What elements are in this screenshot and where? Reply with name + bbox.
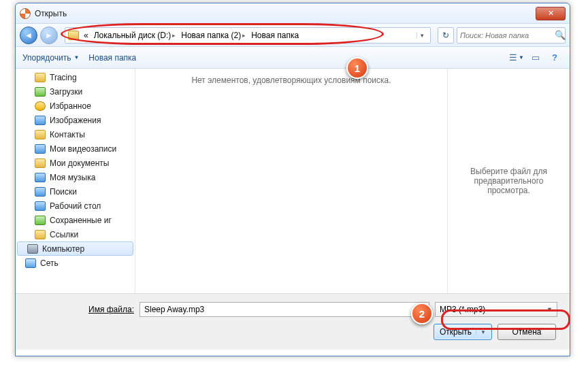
- videos-icon: [35, 144, 46, 154]
- sidebar-item[interactable]: Мои видеозаписи: [16, 141, 135, 156]
- pictures-icon: [35, 116, 46, 125]
- sidebar-item[interactable]: Избранное: [16, 99, 135, 113]
- bottom-panel: Имя файла: Sleep Away.mp3 ▼ MP3 (*.mp3) …: [16, 293, 570, 350]
- breadcrumb[interactable]: « Локальный диск (D:)▸ Новая папка (2)▸ …: [65, 27, 431, 44]
- sidebar-item[interactable]: Tracing: [16, 70, 135, 84]
- contacts-icon: [35, 130, 46, 139]
- sidebar-item[interactable]: Изображения: [16, 113, 135, 127]
- breadcrumb-prefix: «: [82, 31, 91, 40]
- saved-games-icon: [35, 216, 46, 225]
- annotation-badge-1: 1: [346, 57, 368, 79]
- organize-menu[interactable]: Упорядочить▼: [22, 53, 79, 63]
- searches-icon: [35, 187, 46, 197]
- breadcrumb-wrap: « Локальный диск (D:)▸ Новая папка (2)▸ …: [65, 27, 431, 44]
- annotation-badge-2: 2: [411, 303, 433, 324]
- breadcrumb-item[interactable]: Новая папка (2)▸: [179, 31, 248, 40]
- sidebar-item[interactable]: Мои документы: [16, 156, 135, 170]
- body-area: Tracing Загрузки Избранное Изображения К…: [16, 69, 570, 293]
- sidebar-item[interactable]: Контакты: [16, 127, 135, 141]
- sidebar-item[interactable]: Сохраненные иг: [16, 213, 135, 227]
- button-row: Открыть▼ Отмена: [28, 324, 557, 340]
- search-box[interactable]: 🔍: [457, 27, 566, 44]
- refresh-button[interactable]: ↻: [438, 27, 454, 44]
- window-title: Открыть: [35, 9, 536, 18]
- empty-message: Нет элементов, удовлетворяющих условиям …: [142, 75, 440, 85]
- desktop-icon: [35, 201, 46, 211]
- favorites-icon: [35, 101, 46, 111]
- preview-pane: Выберите файл для предварительного просм…: [447, 69, 570, 293]
- open-file-dialog: Открыть ✕ ◄ ► « Локальный диск (D:)▸ Нов…: [15, 3, 570, 356]
- breadcrumb-item[interactable]: Новая папка: [249, 31, 301, 40]
- folder-icon: [68, 31, 79, 40]
- search-icon: 🔍: [555, 30, 566, 40]
- titlebar: Открыть ✕: [16, 3, 570, 24]
- open-button[interactable]: Открыть▼: [434, 324, 492, 340]
- file-list[interactable]: Нет элементов, удовлетворяющих условиям …: [135, 69, 447, 293]
- folder-icon: [35, 73, 46, 82]
- cancel-button[interactable]: Отмена: [497, 324, 556, 340]
- sidebar-item-network[interactable]: Сеть: [16, 256, 135, 270]
- toolbar: Упорядочить▼ Новая папка ☰▼ ▭ ?: [16, 47, 570, 69]
- sidebar: Tracing Загрузки Избранное Изображения К…: [16, 69, 135, 293]
- close-button[interactable]: ✕: [536, 7, 566, 20]
- open-dropdown-icon[interactable]: ▼: [476, 329, 486, 335]
- sidebar-item[interactable]: Поиски: [16, 184, 135, 199]
- preview-message: Выберите файл для предварительного просм…: [459, 167, 559, 195]
- network-icon: [25, 258, 36, 268]
- file-type-filter[interactable]: MP3 (*.mp3) ▼: [435, 302, 557, 317]
- new-folder-button[interactable]: Новая папка: [88, 53, 136, 63]
- sidebar-item[interactable]: Рабочий стол: [16, 199, 135, 213]
- forward-button[interactable]: ►: [40, 27, 58, 44]
- filename-input[interactable]: Sleep Away.mp3 ▼: [140, 302, 429, 317]
- sidebar-item[interactable]: Моя музыка: [16, 170, 135, 184]
- back-button[interactable]: ◄: [20, 27, 37, 44]
- vlc-icon: [20, 8, 31, 19]
- sidebar-item[interactable]: Загрузки: [16, 84, 135, 99]
- sidebar-item-computer[interactable]: Компьютер: [17, 241, 133, 256]
- preview-pane-icon[interactable]: ▭: [527, 50, 544, 65]
- nav-bar: ◄ ► « Локальный диск (D:)▸ Новая папка (…: [16, 24, 570, 47]
- music-icon: [35, 173, 46, 182]
- computer-icon: [27, 244, 38, 254]
- help-icon[interactable]: ?: [546, 50, 563, 65]
- filename-row: Имя файла: Sleep Away.mp3 ▼ MP3 (*.mp3) …: [28, 302, 557, 317]
- links-icon: [35, 230, 46, 239]
- search-input[interactable]: [460, 31, 555, 39]
- downloads-icon: [35, 87, 46, 97]
- breadcrumb-dropdown[interactable]: ▾: [416, 32, 427, 39]
- documents-icon: [35, 158, 46, 168]
- view-options-icon[interactable]: ☰▼: [508, 50, 525, 65]
- chevron-down-icon[interactable]: ▼: [546, 306, 553, 313]
- breadcrumb-item[interactable]: Локальный диск (D:)▸: [92, 31, 178, 40]
- filename-label: Имя файла:: [28, 305, 134, 314]
- content-area: Нет элементов, удовлетворяющих условиям …: [135, 69, 570, 293]
- sidebar-item[interactable]: Ссылки: [16, 227, 135, 241]
